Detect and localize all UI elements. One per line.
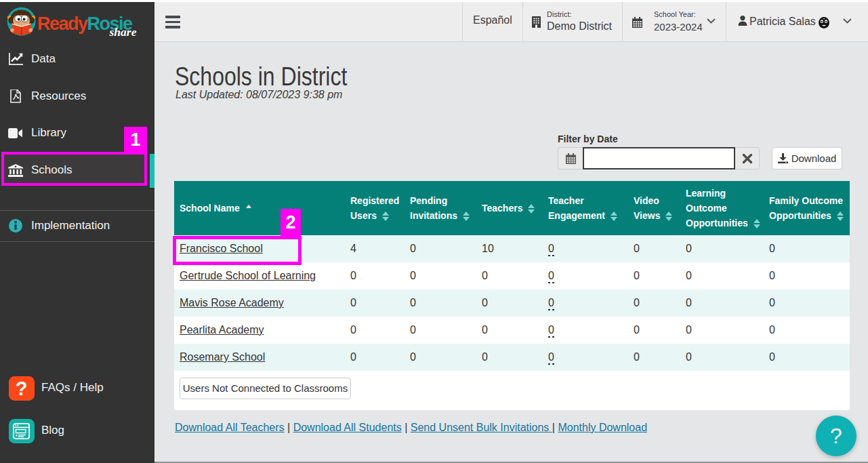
svg-text:share: share <box>109 25 137 39</box>
